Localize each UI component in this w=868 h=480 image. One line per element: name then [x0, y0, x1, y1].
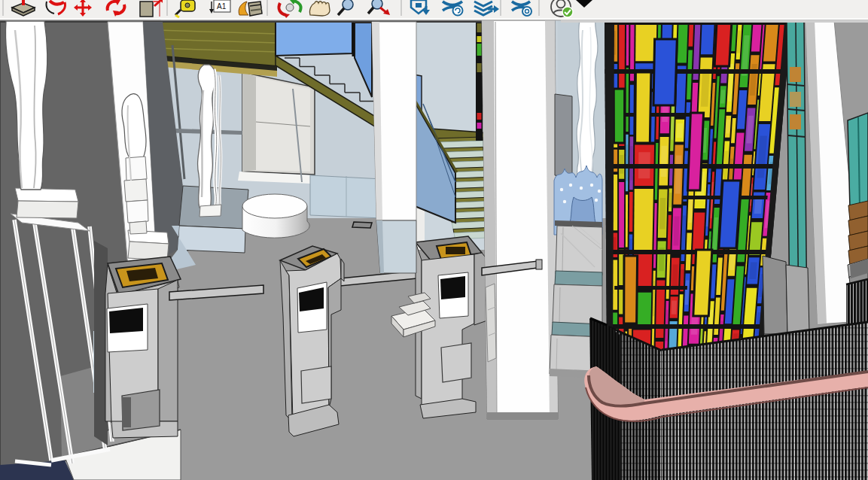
- svg-text:A1: A1: [217, 2, 227, 11]
